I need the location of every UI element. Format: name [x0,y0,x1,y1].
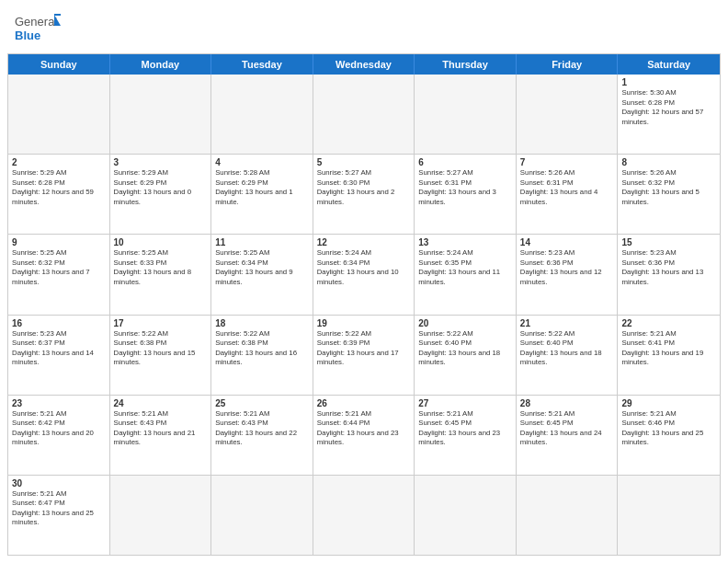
day-number: 29 [621,398,716,408]
calendar-cell-3-4: 20Sunrise: 5:22 AM Sunset: 6:40 PM Dayli… [415,316,517,395]
header-wednesday: Wednesday [313,54,415,75]
day-number: 24 [114,398,208,408]
day-info: Sunrise: 5:27 AM Sunset: 6:31 PM Dayligh… [418,168,512,207]
day-number: 7 [520,157,614,167]
svg-text:Blue: Blue [15,29,40,42]
header-friday: Friday [517,54,619,75]
calendar-cell-1-5: 7Sunrise: 5:26 AM Sunset: 6:31 PM Daylig… [517,155,619,234]
day-number: 25 [215,398,309,408]
day-number: 2 [12,157,106,167]
calendar-cell-4-6: 29Sunrise: 5:21 AM Sunset: 6:46 PM Dayli… [618,396,720,475]
day-info: Sunrise: 5:24 AM Sunset: 6:35 PM Dayligh… [418,248,512,287]
calendar-cell-5-4 [415,476,517,555]
day-number: 19 [317,318,411,328]
day-info: Sunrise: 5:21 AM Sunset: 6:44 PM Dayligh… [317,409,411,448]
day-info: Sunrise: 5:21 AM Sunset: 6:45 PM Dayligh… [520,409,614,448]
day-number: 18 [215,318,309,328]
day-number: 13 [418,237,512,247]
svg-text:General: General [15,15,57,29]
day-number: 27 [418,398,512,408]
calendar-cell-3-1: 17Sunrise: 5:22 AM Sunset: 6:38 PM Dayli… [110,316,212,395]
calendar-cell-0-0 [8,75,110,154]
calendar-cell-2-3: 12Sunrise: 5:24 AM Sunset: 6:34 PM Dayli… [313,235,415,314]
calendar-body: 1Sunrise: 5:30 AM Sunset: 6:28 PM Daylig… [8,75,720,555]
calendar-cell-0-3 [313,75,415,154]
calendar-week-2: 2Sunrise: 5:29 AM Sunset: 6:28 PM Daylig… [8,154,720,234]
calendar-cell-5-6 [618,476,720,555]
day-info: Sunrise: 5:24 AM Sunset: 6:34 PM Dayligh… [317,248,411,287]
day-number: 8 [621,157,716,167]
calendar-cell-1-6: 8Sunrise: 5:26 AM Sunset: 6:32 PM Daylig… [618,155,720,234]
day-info: Sunrise: 5:21 AM Sunset: 6:41 PM Dayligh… [621,329,716,368]
logo: General Blue [15,11,61,46]
calendar-cell-2-4: 13Sunrise: 5:24 AM Sunset: 6:35 PM Dayli… [415,235,517,314]
calendar-cell-5-5 [517,476,619,555]
calendar-cell-5-3 [313,476,415,555]
calendar-cell-3-6: 22Sunrise: 5:21 AM Sunset: 6:41 PM Dayli… [618,316,720,395]
day-info: Sunrise: 5:26 AM Sunset: 6:31 PM Dayligh… [520,168,614,207]
calendar-cell-0-6: 1Sunrise: 5:30 AM Sunset: 6:28 PM Daylig… [618,75,720,154]
day-number: 22 [621,318,716,328]
day-number: 23 [12,398,106,408]
calendar-cell-0-5 [517,75,619,154]
header-monday: Monday [110,54,212,75]
calendar-cell-3-2: 18Sunrise: 5:22 AM Sunset: 6:38 PM Dayli… [211,316,313,395]
calendar-cell-4-1: 24Sunrise: 5:21 AM Sunset: 6:43 PM Dayli… [110,396,212,475]
calendar-cell-1-0: 2Sunrise: 5:29 AM Sunset: 6:28 PM Daylig… [8,155,110,234]
calendar-cell-5-0: 30Sunrise: 5:21 AM Sunset: 6:47 PM Dayli… [8,476,110,555]
calendar-cell-1-2: 4Sunrise: 5:28 AM Sunset: 6:29 PM Daylig… [211,155,313,234]
day-info: Sunrise: 5:25 AM Sunset: 6:34 PM Dayligh… [215,248,309,287]
calendar-cell-0-1 [110,75,212,154]
day-info: Sunrise: 5:21 AM Sunset: 6:42 PM Dayligh… [12,409,106,448]
day-number: 14 [520,237,614,247]
page-header: General Blue [0,0,728,53]
day-info: Sunrise: 5:25 AM Sunset: 6:33 PM Dayligh… [114,248,208,287]
day-info: Sunrise: 5:22 AM Sunset: 6:38 PM Dayligh… [215,329,309,368]
calendar-cell-5-2 [211,476,313,555]
day-info: Sunrise: 5:29 AM Sunset: 6:29 PM Dayligh… [114,168,208,207]
day-number: 21 [520,318,614,328]
day-number: 11 [215,237,309,247]
calendar-week-1: 1Sunrise: 5:30 AM Sunset: 6:28 PM Daylig… [8,75,720,154]
header-saturday: Saturday [618,54,720,75]
calendar-cell-4-4: 27Sunrise: 5:21 AM Sunset: 6:45 PM Dayli… [415,396,517,475]
day-info: Sunrise: 5:29 AM Sunset: 6:28 PM Dayligh… [12,168,106,207]
day-number: 4 [215,157,309,167]
header-sunday: Sunday [8,54,110,75]
day-info: Sunrise: 5:21 AM Sunset: 6:43 PM Dayligh… [114,409,208,448]
calendar-cell-1-4: 6Sunrise: 5:27 AM Sunset: 6:31 PM Daylig… [415,155,517,234]
day-info: Sunrise: 5:22 AM Sunset: 6:39 PM Dayligh… [317,329,411,368]
day-number: 15 [621,237,716,247]
day-number: 10 [114,237,208,247]
day-number: 16 [12,318,106,328]
day-info: Sunrise: 5:25 AM Sunset: 6:32 PM Dayligh… [12,248,106,287]
calendar-cell-2-2: 11Sunrise: 5:25 AM Sunset: 6:34 PM Dayli… [211,235,313,314]
day-info: Sunrise: 5:22 AM Sunset: 6:40 PM Dayligh… [418,329,512,368]
calendar-cell-5-1 [110,476,212,555]
day-number: 3 [114,157,208,167]
calendar-week-4: 16Sunrise: 5:23 AM Sunset: 6:37 PM Dayli… [8,315,720,395]
calendar-cell-3-0: 16Sunrise: 5:23 AM Sunset: 6:37 PM Dayli… [8,316,110,395]
day-info: Sunrise: 5:23 AM Sunset: 6:36 PM Dayligh… [520,248,614,287]
day-info: Sunrise: 5:28 AM Sunset: 6:29 PM Dayligh… [215,168,309,207]
day-number: 9 [12,237,106,247]
day-info: Sunrise: 5:30 AM Sunset: 6:28 PM Dayligh… [621,88,716,127]
calendar-cell-1-3: 5Sunrise: 5:27 AM Sunset: 6:30 PM Daylig… [313,155,415,234]
calendar-cell-2-0: 9Sunrise: 5:25 AM Sunset: 6:32 PM Daylig… [8,235,110,314]
day-info: Sunrise: 5:22 AM Sunset: 6:38 PM Dayligh… [114,329,208,368]
calendar-cell-1-1: 3Sunrise: 5:29 AM Sunset: 6:29 PM Daylig… [110,155,212,234]
calendar-week-6: 30Sunrise: 5:21 AM Sunset: 6:47 PM Dayli… [8,475,720,555]
logo-svg: General Blue [15,11,61,46]
day-number: 30 [12,478,106,488]
svg-marker-2 [54,15,61,26]
header-tuesday: Tuesday [211,54,313,75]
calendar: SundayMondayTuesdayWednesdayThursdayFrid… [7,53,721,556]
day-number: 26 [317,398,411,408]
calendar-cell-4-0: 23Sunrise: 5:21 AM Sunset: 6:42 PM Dayli… [8,396,110,475]
day-info: Sunrise: 5:21 AM Sunset: 6:45 PM Dayligh… [418,409,512,448]
day-info: Sunrise: 5:26 AM Sunset: 6:32 PM Dayligh… [621,168,716,207]
day-info: Sunrise: 5:22 AM Sunset: 6:40 PM Dayligh… [520,329,614,368]
calendar-cell-4-5: 28Sunrise: 5:21 AM Sunset: 6:45 PM Dayli… [517,396,619,475]
header-thursday: Thursday [415,54,517,75]
calendar-cell-2-6: 15Sunrise: 5:23 AM Sunset: 6:36 PM Dayli… [618,235,720,314]
